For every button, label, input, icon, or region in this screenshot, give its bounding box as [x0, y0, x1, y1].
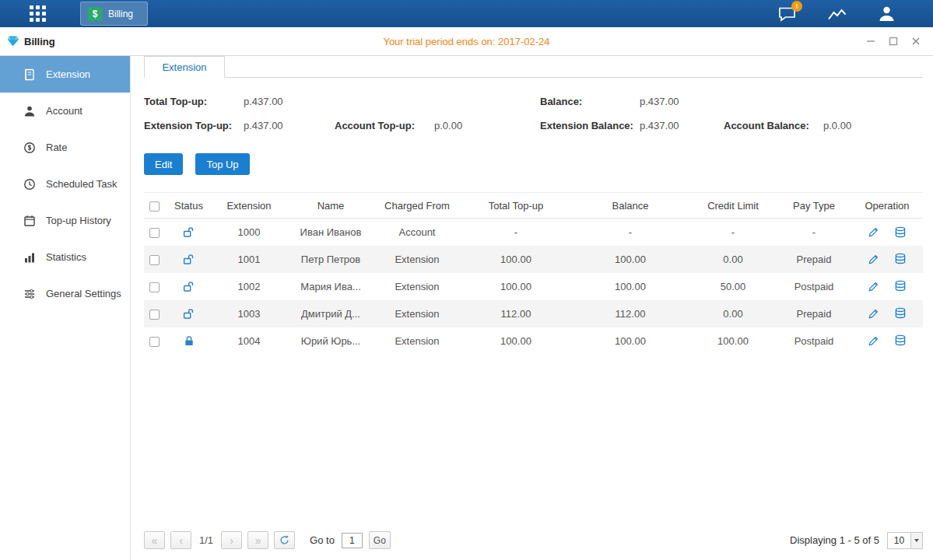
chevron-down-icon [910, 533, 922, 548]
topup-coins-icon[interactable] [894, 307, 907, 320]
table-row[interactable]: 1001 Петр Петров Extension 100.00 100.00… [144, 246, 923, 273]
total-topup-label: Total Top-up: [144, 96, 244, 107]
sidebar-item-rate[interactable]: Rate [0, 129, 130, 166]
credit-limit-cell: 0.00 [689, 300, 777, 327]
column-header-name: Name [288, 193, 374, 219]
top-up-button[interactable]: Top Up [195, 153, 249, 175]
column-header-extension: Extension [210, 193, 288, 219]
account-balance-field: Account Balance: p.0.00 [724, 114, 923, 138]
billing-tab-label: Billing [108, 9, 133, 19]
goto-label: Go to [310, 534, 335, 546]
edit-pencil-icon[interactable] [868, 335, 879, 347]
clock-icon [23, 178, 36, 191]
row-checkbox[interactable] [149, 228, 160, 238]
extension-cell: 1003 [210, 300, 288, 327]
window-title-text: Billing [24, 36, 55, 47]
row-checkbox[interactable] [149, 310, 160, 320]
page-size-select[interactable]: 10 [887, 532, 923, 549]
status-lock-icon[interactable] [183, 308, 195, 320]
topup-coins-icon[interactable] [894, 226, 907, 239]
pay-type-cell: Prepaid [777, 300, 851, 327]
extension-topup-label: Extension Top-up: [144, 120, 244, 131]
tab-extension[interactable]: Extension [144, 56, 225, 78]
status-lock-icon[interactable] [183, 254, 195, 265]
sidebar-item-label: Extension [46, 68, 90, 80]
balance-cell: - [571, 219, 689, 246]
table-row[interactable]: 1003 Дмитрий Д... Extension 112.00 112.0… [144, 300, 923, 327]
table-row[interactable]: 1002 Мария Ива... Extension 100.00 100.0… [144, 273, 923, 300]
total-topup-cell: - [461, 219, 571, 246]
extension-icon [23, 68, 36, 81]
edit-pencil-icon[interactable] [868, 281, 879, 292]
charged-from-cell: Extension [374, 327, 461, 355]
minimize-button[interactable] [863, 33, 879, 49]
next-page-button[interactable]: › [221, 531, 242, 549]
extension-cell: 1004 [210, 327, 288, 355]
maximize-button[interactable] [886, 33, 901, 49]
balance-label: Balance: [540, 96, 640, 107]
go-button[interactable]: Go [369, 531, 391, 549]
first-page-button[interactable]: « [144, 531, 165, 549]
user-menu-icon[interactable] [878, 5, 896, 22]
sidebar-item-label: Rate [46, 142, 67, 153]
topbar: $ Billing ! [0, 0, 933, 27]
total-topup-value: p.437.00 [244, 96, 283, 107]
credit-limit-cell: 50.00 [689, 273, 777, 300]
balance-cell: 100.00 [571, 246, 689, 273]
charged-from-cell: Extension [374, 273, 461, 300]
extension-balance-label: Extension Balance: [540, 120, 640, 131]
sidebar-item-topup-history[interactable]: Top-up History [0, 202, 130, 239]
edit-button[interactable]: Edit [144, 153, 183, 175]
sidebar-item-scheduled-task[interactable]: Scheduled Task [0, 166, 130, 202]
sidebar-item-label: Account [46, 105, 82, 117]
pagination-bar: « ‹ 1/1 › » Go to Go Displaying 1 - 5 of… [144, 531, 923, 560]
status-lock-icon[interactable] [183, 335, 195, 347]
goto-page-input[interactable] [342, 533, 363, 548]
edit-pencil-icon[interactable] [868, 254, 879, 265]
topup-coins-icon[interactable] [894, 334, 907, 347]
balance-field: Balance: p.437.00 [540, 89, 724, 114]
sidebar-item-statistics[interactable]: Statistics [0, 239, 130, 275]
status-lock-icon[interactable] [183, 281, 195, 292]
sidebar-item-extension[interactable]: Extension [0, 56, 130, 93]
column-header-credit-limit: Credit Limit [689, 193, 777, 219]
table-row[interactable]: 1000 Иван Иванов Account - - - - [144, 219, 923, 246]
sidebar-item-account[interactable]: Account [0, 93, 130, 129]
refresh-icon[interactable] [274, 531, 295, 549]
topup-coins-icon[interactable] [894, 280, 907, 292]
row-checkbox[interactable] [149, 337, 160, 347]
last-page-button[interactable]: » [247, 531, 268, 549]
apps-grid-icon[interactable] [30, 5, 46, 22]
billing-app-icon: $ [88, 7, 102, 21]
trial-period-notice: Your trial period ends on: 2017-02-24 [0, 36, 933, 47]
status-lock-icon[interactable] [183, 226, 195, 238]
balance-value: p.437.00 [640, 96, 679, 107]
extension-balance-field: Extension Balance: p.437.00 [540, 114, 724, 138]
pay-type-cell: Postpaid [777, 273, 851, 300]
pay-type-cell: Prepaid [777, 246, 851, 273]
reports-chart-icon[interactable] [827, 6, 847, 21]
topbar-right: ! [778, 5, 896, 22]
sidebar-item-general-settings[interactable]: General Settings [0, 275, 130, 312]
messages-icon[interactable]: ! [778, 6, 796, 22]
settings-sliders-icon [23, 288, 36, 300]
row-checkbox[interactable] [149, 255, 160, 265]
name-cell: Дмитрий Д... [288, 300, 374, 327]
prev-page-button[interactable]: ‹ [170, 531, 191, 549]
column-header-balance: Balance [571, 193, 689, 219]
column-header-status: Status [167, 193, 210, 219]
row-checkbox[interactable] [149, 282, 160, 292]
select-all-checkbox[interactable] [149, 201, 160, 212]
account-balance-value: p.0.00 [823, 120, 851, 131]
table-row[interactable]: 1004 Юрий Юрь... Extension 100.00 100.00… [144, 327, 923, 355]
account-topup-field: Account Top-up: p.0.00 [335, 114, 540, 138]
topup-coins-icon[interactable] [894, 253, 907, 265]
close-button[interactable] [908, 33, 924, 49]
credit-limit-cell: 0.00 [689, 246, 777, 273]
statistics-bars-icon [23, 251, 36, 264]
edit-pencil-icon[interactable] [868, 308, 879, 320]
balance-cell: 112.00 [571, 300, 689, 327]
balance-summary: Total Top-up: p.437.00 Balance: p.437.00… [144, 89, 923, 138]
topbar-billing-tab[interactable]: $ Billing [80, 2, 148, 26]
edit-pencil-icon[interactable] [868, 226, 879, 238]
